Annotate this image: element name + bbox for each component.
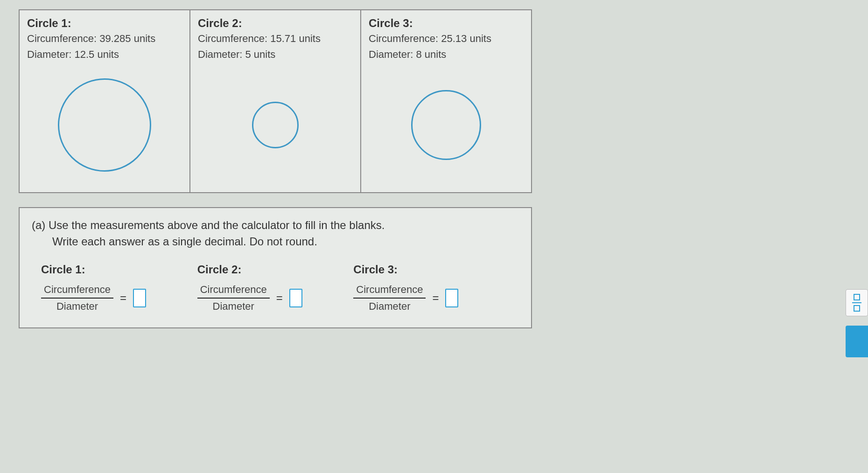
circle-3-circumference: Circumference: 25.13 units bbox=[369, 33, 524, 45]
numerator: Circumference bbox=[353, 283, 426, 297]
equals-sign: = bbox=[120, 292, 126, 305]
answer-2: Circle 2: Circumference Diameter = bbox=[197, 263, 354, 313]
circumference-label: Circumference: bbox=[198, 33, 267, 44]
question-box: (a) Use the measurements above and the c… bbox=[19, 207, 532, 328]
circle-2-diameter: Diameter: 5 units bbox=[198, 49, 353, 61]
circle-3-cell: Circle 3: Circumference: 25.13 units Dia… bbox=[361, 10, 531, 192]
answers-row: Circle 1: Circumference Diameter = Circl… bbox=[32, 263, 519, 313]
circumference-label: Circumference: bbox=[27, 33, 97, 44]
question-text: (a) Use the measurements above and the c… bbox=[32, 217, 519, 250]
diameter-value: 5 units bbox=[245, 49, 275, 60]
answer-2-fraction: Circumference Diameter bbox=[197, 283, 270, 313]
answer-2-title: Circle 2: bbox=[197, 263, 242, 276]
fraction-tool-num-icon bbox=[854, 294, 860, 300]
denominator: Diameter bbox=[54, 299, 101, 313]
circle-2-title: Circle 2: bbox=[198, 17, 353, 30]
fraction-tool-bar-icon bbox=[852, 302, 861, 303]
fraction-bar bbox=[353, 298, 426, 299]
diameter-label: Diameter: bbox=[198, 49, 242, 60]
circle-2-circumference: Circumference: 15.71 units bbox=[198, 33, 353, 45]
fraction-bar bbox=[197, 298, 270, 299]
circle-1-diameter: Diameter: 12.5 units bbox=[27, 49, 182, 61]
answer-3: Circle 3: Circumference Diameter = bbox=[353, 263, 510, 313]
answer-3-fraction-row: Circumference Diameter = bbox=[353, 283, 458, 313]
circumference-value: 15.71 units bbox=[270, 33, 321, 44]
circle-1-circumference: Circumference: 39.285 units bbox=[27, 33, 182, 45]
answer-1-title: Circle 1: bbox=[41, 263, 85, 276]
fraction-tool-button[interactable] bbox=[846, 289, 868, 316]
answer-2-input[interactable] bbox=[289, 289, 302, 307]
equals-sign: = bbox=[432, 292, 439, 305]
circles-table: Circle 1: Circumference: 39.285 units Di… bbox=[19, 9, 532, 193]
numerator: Circumference bbox=[197, 283, 270, 297]
circle-3-figure bbox=[369, 64, 524, 186]
answer-1-fraction: Circumference Diameter bbox=[41, 283, 113, 313]
answer-1-fraction-row: Circumference Diameter = bbox=[41, 283, 146, 313]
circle-2-icon bbox=[252, 102, 299, 148]
circle-1-figure bbox=[27, 64, 182, 186]
question-line1: (a) Use the measurements above and the c… bbox=[32, 219, 385, 231]
diameter-label: Diameter: bbox=[27, 49, 71, 60]
answer-1: Circle 1: Circumference Diameter = bbox=[41, 263, 197, 313]
denominator: Diameter bbox=[210, 299, 257, 313]
numerator: Circumference bbox=[41, 283, 113, 297]
diameter-label: Diameter: bbox=[369, 49, 413, 60]
denominator: Diameter bbox=[366, 299, 413, 313]
next-button[interactable] bbox=[846, 326, 868, 357]
circle-3-title: Circle 3: bbox=[369, 17, 524, 30]
circle-3-diameter: Diameter: 8 units bbox=[369, 49, 524, 61]
diameter-value: 8 units bbox=[416, 49, 446, 60]
answer-3-fraction: Circumference Diameter bbox=[353, 283, 426, 313]
answer-1-input[interactable] bbox=[133, 289, 146, 307]
circumference-value: 25.13 units bbox=[441, 33, 491, 44]
diameter-value: 12.5 units bbox=[74, 49, 119, 60]
fraction-bar bbox=[41, 298, 113, 299]
circle-2-figure bbox=[198, 64, 353, 186]
circle-1-icon bbox=[58, 78, 151, 172]
side-tools bbox=[846, 289, 868, 357]
answer-3-input[interactable] bbox=[445, 289, 458, 307]
circle-1-cell: Circle 1: Circumference: 39.285 units Di… bbox=[20, 10, 190, 192]
answer-2-fraction-row: Circumference Diameter = bbox=[197, 283, 302, 313]
circumference-value: 39.285 units bbox=[99, 33, 155, 44]
circumference-label: Circumference: bbox=[369, 33, 438, 44]
answer-3-title: Circle 3: bbox=[353, 263, 398, 276]
equals-sign: = bbox=[276, 292, 283, 305]
circle-2-cell: Circle 2: Circumference: 15.71 units Dia… bbox=[190, 10, 361, 192]
question-line2: Write each answer as a single decimal. D… bbox=[52, 234, 519, 250]
circle-1-title: Circle 1: bbox=[27, 17, 182, 30]
fraction-tool-den-icon bbox=[854, 305, 860, 312]
circle-3-icon bbox=[411, 90, 481, 160]
